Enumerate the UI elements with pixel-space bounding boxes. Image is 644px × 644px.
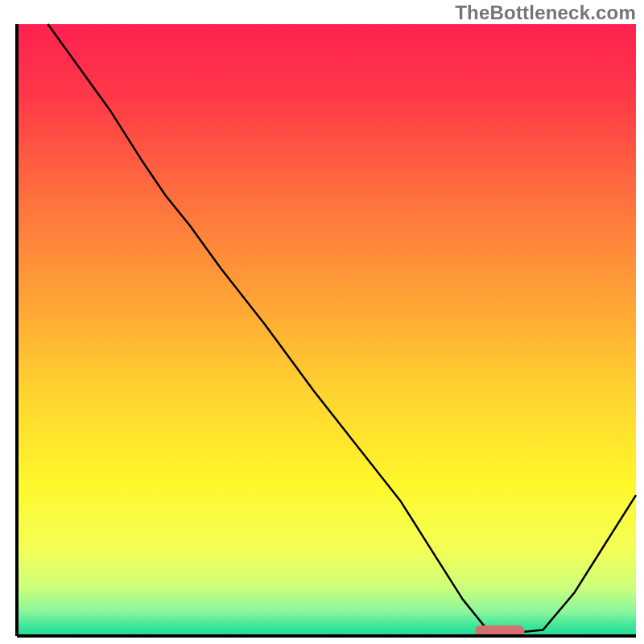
chart-container: TheBottleneck.com [0, 0, 644, 644]
gradient-background [17, 24, 636, 636]
bottleneck-chart [0, 0, 644, 644]
